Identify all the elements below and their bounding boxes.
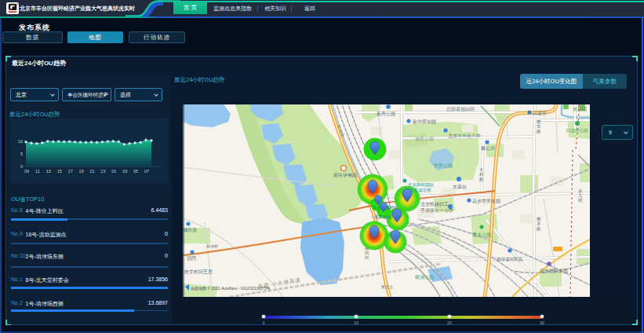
svg-text:高佳村: 高佳村 <box>206 243 218 249</box>
svg-text:花乡世界名园: 花乡世界名园 <box>472 199 500 204</box>
svg-text:07: 07 <box>144 169 149 174</box>
svg-text:里王台: 里王台 <box>381 284 393 289</box>
svg-text:京九线: 京九线 <box>578 188 583 203</box>
svg-text:北京华和国际: 北京华和国际 <box>407 182 435 188</box>
svg-text:济产业园: 济产业园 <box>374 214 391 220</box>
svg-text:北京铁路职工: 北京铁路职工 <box>420 201 449 207</box>
svg-text:花乡国际家园: 花乡国际家园 <box>540 268 568 274</box>
svg-text:宿闰: 宿闰 <box>187 255 196 262</box>
svg-text:01: 01 <box>111 169 116 174</box>
svg-text:世界公园: 世界公园 <box>434 163 453 169</box>
svg-text:高德地图 © 2021 AutoNavi - GS(2021: 高德地图 © 2021 AutoNavi - GS(2021)6375号 <box>191 286 271 291</box>
svg-text:青龙公园: 青龙公园 <box>472 232 491 238</box>
svg-text:城埠香: 城埠香 <box>183 227 197 233</box>
svg-text:樊羊路: 樊羊路 <box>537 217 541 231</box>
svg-text:紫谷伊甸园: 紫谷伊甸园 <box>333 172 357 178</box>
svg-text:看丹公园: 看丹公园 <box>376 111 395 117</box>
svg-text:白盆窑公园: 白盆窑公园 <box>566 128 588 134</box>
svg-text:09: 09 <box>24 169 29 174</box>
svg-text:大葆台: 大葆台 <box>453 184 467 190</box>
svg-text:机车俱乐部: 机车俱乐部 <box>409 188 431 193</box>
svg-text:总部基地10区: 总部基地10区 <box>446 106 475 112</box>
svg-text:03: 03 <box>122 169 127 174</box>
svg-text:13: 13 <box>46 169 51 174</box>
svg-text:御景公园: 御景公园 <box>415 137 434 142</box>
svg-text:11: 11 <box>35 169 40 174</box>
svg-text:北京市丰台八中: 北京市丰台八中 <box>448 133 481 139</box>
svg-text:05: 05 <box>133 169 138 174</box>
svg-text:19: 19 <box>79 169 84 174</box>
svg-text:拴文村回王房: 拴文村回王房 <box>184 269 213 275</box>
svg-text:17: 17 <box>68 169 73 174</box>
svg-text:0: 0 <box>20 164 23 169</box>
svg-text:21: 21 <box>89 169 94 174</box>
svg-text:5: 5 <box>20 152 23 156</box>
svg-text:23: 23 <box>100 169 105 174</box>
svg-text:易保康同家园: 易保康同家园 <box>497 257 522 262</box>
svg-text:点景园: 点景园 <box>573 107 587 112</box>
svg-text:樊羊路: 樊羊路 <box>537 119 541 134</box>
svg-text:10: 10 <box>18 139 23 144</box>
svg-text:攀公庄: 攀公庄 <box>481 145 495 151</box>
svg-text:丰科路: 丰科路 <box>479 167 484 181</box>
svg-text:白盆窑: 白盆窑 <box>533 110 547 116</box>
svg-text:15: 15 <box>57 169 62 174</box>
svg-text:新华双加园: 新华双加园 <box>413 119 436 125</box>
svg-text:银湖公园: 银湖公园 <box>414 274 434 280</box>
svg-text:子弟第十一小学: 子弟第十一小学 <box>420 207 453 214</box>
